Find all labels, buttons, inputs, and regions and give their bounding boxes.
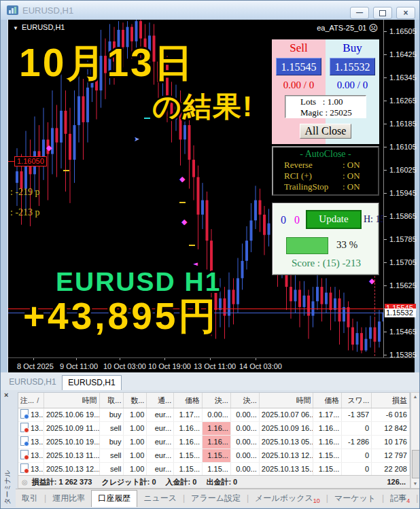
mt4-window: EURUSD,H1 — × ◆➤◆◆◄◆ ▼EURUSD,H1 ea_ATS-2… (0, 0, 420, 509)
table-cell: eur... (147, 422, 174, 435)
table-row[interactable]: 13...2025.10.09 11...sell1.00eur...1.16.… (18, 422, 410, 436)
column-header[interactable]: 取... (100, 393, 124, 408)
dash-marker-icon (189, 245, 195, 246)
table-cell: 2025.10.13 05... (260, 436, 314, 449)
table-cell: -6 016 (372, 408, 410, 421)
column-header[interactable]: 価格 (313, 393, 342, 408)
column-header[interactable]: 通... (147, 393, 174, 408)
table-cell: 12 842 (372, 422, 410, 435)
chart-symbol-label: EURUSD,H1 (22, 23, 65, 31)
table-cell: 1.15... (174, 463, 203, 476)
buy-price-button[interactable]: 1.15532 (330, 58, 375, 75)
terminal-tab[interactable]: ニュース (137, 491, 183, 507)
table-cell: 2025.10.13 12... (44, 463, 100, 476)
date-axis-label: 10 Oct 19:00 (148, 362, 191, 370)
price-axis: 1.15545 1.15532 1.165051.164251.163451.1… (384, 20, 415, 357)
date-axis-tick (120, 358, 120, 360)
table-cell: eur... (147, 463, 174, 476)
terminal-tab[interactable]: マーケット (328, 491, 382, 507)
terminal-close-icon[interactable]: × (4, 391, 8, 399)
chart-tab[interactable]: EURUSD,H1 (62, 375, 122, 390)
price-axis-tick (384, 216, 387, 217)
price-axis-label: 1.15865 (389, 212, 417, 220)
column-header[interactable]: スワ... (342, 393, 372, 408)
price-tag-label: 1.16050 (14, 156, 47, 166)
column-header[interactable]: 時間 (44, 393, 100, 408)
terminal-tab[interactable]: 運用比率 (46, 491, 91, 507)
terminal-vertical-tab[interactable]: ターミナル (3, 466, 12, 505)
table-cell: 1.15... (174, 449, 203, 462)
order-dot (24, 455, 29, 460)
vdash-marker-icon (374, 262, 375, 356)
table-cell: 1.15... (203, 463, 231, 476)
bid-price-tag: 1.15532 (385, 309, 416, 317)
column-header[interactable]: 価格 (174, 393, 203, 408)
table-cell: 13... (18, 449, 44, 462)
price-axis-tick (384, 332, 387, 332)
progress-bar (286, 237, 328, 254)
sell-price-button[interactable]: 1.15545 (276, 58, 321, 75)
column-header[interactable]: 決... (203, 393, 231, 408)
autoclose-setting-value: : ON (343, 181, 360, 192)
sell-order-icon (20, 450, 29, 459)
overlay-headline-result: の結果! (152, 88, 253, 126)
table-row[interactable]: 13...2025.10.06 19...buy1.00eur...1.17..… (18, 408, 410, 422)
autoclose-row: TrailingStop: ON (273, 181, 378, 192)
window-title: EURUSD,H1 (22, 5, 73, 16)
column-header[interactable]: 損益 (372, 393, 410, 408)
chart-plot[interactable]: ◆➤◆◆◄◆ ▼EURUSD,H1 ea_ATS-25_01☹ 10月13日 の… (8, 20, 384, 357)
scroll-up-icon[interactable]: ▲ (411, 393, 419, 401)
column-header[interactable]: 数... (124, 393, 147, 408)
terminal-tab[interactable]: メールボックス10 (249, 491, 326, 507)
buy-order-icon (20, 436, 29, 446)
date-axis-label: 8 Oct 2025 (17, 362, 54, 370)
dash-marker-icon (179, 202, 186, 203)
scroll-thumb[interactable] (412, 450, 420, 478)
date-axis-tick (164, 358, 165, 360)
terminal-tab[interactable]: アラーム設定 (185, 491, 247, 507)
scroll-down-icon[interactable]: ▼ (411, 480, 419, 488)
update-panel: 0 0 Update H: 15 33 % Score : (15) -213 (272, 203, 379, 275)
price-axis-tick (384, 239, 387, 240)
table-cell: sell (100, 422, 124, 435)
close-button[interactable]: × (396, 7, 415, 19)
ea-label: ea_ATS-25_01☹ (317, 23, 378, 33)
table-cell: eur... (147, 436, 174, 449)
price-axis-tick (384, 355, 387, 355)
column-header[interactable]: 時間 (260, 393, 314, 408)
sell-stats: 0.00 / 0 (272, 80, 326, 91)
hours-label: H: 15 (364, 214, 384, 225)
table-cell: 1.00 (124, 422, 147, 435)
update-button[interactable]: Update (306, 210, 362, 229)
buy-stats: 0.00 / 0 (326, 80, 379, 91)
table-cell: 12 797 (372, 449, 410, 462)
price-axis-label: 1.16185 (389, 120, 417, 128)
summary-item: クレジット計: 0 (101, 478, 156, 486)
dash-marker-icon (63, 170, 69, 171)
restore-button[interactable] (373, 7, 392, 19)
ea-smiley-icon[interactable]: ☹ (368, 23, 378, 33)
table-row[interactable]: 13...2025.10.13 12...sell1.00eur...1.15.… (18, 463, 410, 476)
terminal-tab[interactable]: 記事4 (384, 491, 416, 507)
chart-tab[interactable]: EURUSD,H1 (5, 375, 60, 389)
arrow-marker-icon: ➤ (134, 135, 139, 143)
buy-order-icon (20, 409, 29, 419)
chart-area: ◆➤◆◆◄◆ ▼EURUSD,H1 ea_ATS-25_01☹ 10月13日 の… (7, 20, 415, 372)
terminal-tab[interactable]: 口座履歴 (91, 490, 137, 507)
trade-panel: Sell 1.15545 0.00 / 0 Buy 1.15532 0.00 /… (272, 39, 379, 144)
terminal-tab[interactable]: 取引 (16, 491, 44, 507)
table-cell: 1.16... (203, 422, 231, 435)
table-cell: 1.00 (124, 449, 147, 462)
table-scrollbar[interactable]: ▲ ▼ (410, 392, 420, 489)
column-header[interactable]: 注.../ (18, 393, 44, 408)
all-close-button[interactable]: All Close (300, 124, 351, 139)
table-row[interactable]: 13...2025.10.10 19...buy1.00eur...1.16..… (18, 436, 410, 449)
window-titlebar[interactable]: EURUSD,H1 — × (1, 1, 420, 20)
minimize-button[interactable]: — (350, 7, 369, 19)
table-cell: -1 286 (342, 436, 372, 449)
table-row[interactable]: 13...2025.10.13 11...sell1.00eur...1.15.… (18, 449, 410, 463)
table-header-row: 注.../時間取...数...通...価格決...決...時間価格スワ...損益 (18, 393, 410, 408)
column-header[interactable]: 決... (231, 393, 260, 408)
table-cell: 2025.10.09 11... (44, 422, 100, 435)
chevron-down-icon[interactable]: ▼ (13, 25, 18, 31)
